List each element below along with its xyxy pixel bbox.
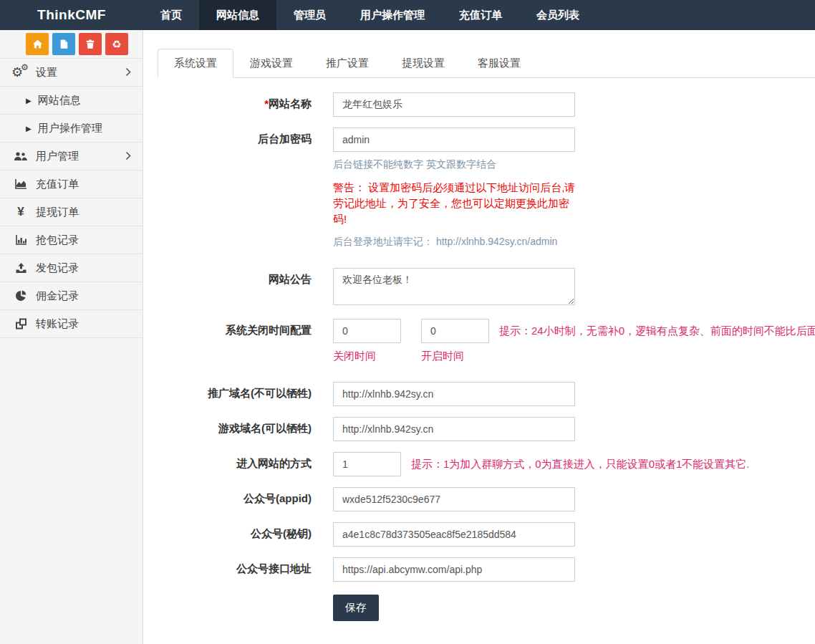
sidebar-item-label: 设置 bbox=[36, 66, 57, 80]
api-url-input[interactable] bbox=[333, 557, 575, 582]
recycle-icon: ♻ bbox=[112, 38, 121, 51]
admin-code-input[interactable] bbox=[333, 128, 575, 152]
sidebar-item-withdraw-orders[interactable]: ¥ 提现订单 bbox=[0, 198, 143, 226]
brand-logo[interactable]: ThinkCMF bbox=[0, 0, 143, 30]
nav-item-admin[interactable]: 管理员 bbox=[276, 0, 343, 30]
trash-button[interactable] bbox=[79, 33, 102, 55]
yen-icon: ¥ bbox=[11, 205, 30, 219]
secret-input[interactable] bbox=[333, 522, 575, 547]
nav-item-user-ops[interactable]: 用户操作管理 bbox=[343, 0, 442, 30]
sidebar-item-label: 佣金记录 bbox=[36, 289, 79, 303]
triangle-right-icon: ▶ bbox=[26, 97, 32, 105]
sidebar-item-grab-records[interactable]: 抢包记录 bbox=[0, 226, 143, 254]
sidebar-item-recharge-orders[interactable]: 充值订单 bbox=[0, 170, 143, 198]
sidebar-item-label: 发包记录 bbox=[36, 261, 79, 275]
sidebar-item-label: 抢包记录 bbox=[36, 234, 79, 247]
entry-mode-hint: 提示：1为加入群聊方式，0为直接进入，只能设置0或者1不能设置其它. bbox=[411, 452, 750, 476]
chevron-right-icon bbox=[125, 67, 131, 79]
upload-icon bbox=[11, 262, 30, 274]
close-time-label: 系统关闭时间配置 bbox=[158, 319, 312, 363]
promo-domain-label: 推广域名(不可以牺牲) bbox=[158, 382, 312, 406]
open-time-sublabel: 开启时间 bbox=[421, 350, 489, 363]
sidebar-menu: ⚙⚙ 设置 ▶ 网站信息 ▶ 用户操作管理 用户管理 bbox=[0, 58, 143, 338]
recycle-button[interactable]: ♻ bbox=[105, 33, 128, 55]
api-url-label: 公众号接口地址 bbox=[158, 557, 312, 582]
notice-label: 网站公告 bbox=[158, 268, 312, 308]
gears-icon: ⚙⚙ bbox=[11, 64, 30, 80]
sidebar-item-label: 提现订单 bbox=[36, 206, 79, 219]
file-button[interactable] bbox=[52, 33, 75, 55]
site-name-label: *网站名称 bbox=[158, 92, 312, 117]
close-time-hint: 提示：24小时制，无需补0，逻辑有点复杂、前面的时间不能比后面的大 bbox=[499, 319, 815, 343]
sidebar-item-commission-records[interactable]: 佣金记录 bbox=[0, 282, 143, 310]
home-icon bbox=[32, 39, 43, 49]
chevron-right-icon bbox=[125, 150, 131, 163]
nav-item-home[interactable]: 首页 bbox=[143, 0, 199, 30]
admin-login-note: 后台登录地址请牢记： http://xlnhb.942sy.cn/admin bbox=[333, 236, 580, 249]
sidebar-item-send-records[interactable]: 发包记录 bbox=[0, 254, 143, 282]
site-name-input[interactable] bbox=[333, 92, 575, 117]
close-time-input[interactable] bbox=[333, 319, 401, 343]
sidebar-item-user-mgmt[interactable]: 用户管理 bbox=[0, 143, 143, 170]
sidebar-item-label: 用户管理 bbox=[36, 150, 79, 163]
admin-code-help: 后台链接不能纯数字 英文跟数字结合 bbox=[333, 158, 580, 171]
main-content: 系统设置 游戏设置 推广设置 提现设置 客服设置 *网站名称 后台加密码 后台链… bbox=[143, 30, 815, 644]
notice-textarea[interactable]: 欢迎各位老板！ bbox=[333, 268, 575, 305]
tab-withdraw-settings[interactable]: 提现设置 bbox=[385, 49, 461, 78]
sidebar-item-transfer-records[interactable]: 转账记录 bbox=[0, 310, 143, 338]
appid-input[interactable] bbox=[333, 487, 575, 511]
pie-chart-icon bbox=[11, 290, 30, 302]
sidebar-item-label: 转账记录 bbox=[36, 317, 79, 331]
sidebar: ♻ ⚙⚙ 设置 ▶ 网站信息 ▶ 用户操作管理 bbox=[0, 30, 143, 644]
open-time-input[interactable] bbox=[421, 319, 489, 343]
sidebar-item-label: 网站信息 bbox=[38, 94, 81, 107]
admin-code-warning: 警告： 设置加密码后必须通过以下地址访问后台,请劳记此地址，为了安全，您也可以定… bbox=[333, 180, 580, 226]
area-chart-icon bbox=[11, 178, 30, 190]
secret-label: 公众号(秘钥) bbox=[158, 522, 312, 547]
nav-item-recharge-orders[interactable]: 充值订单 bbox=[442, 0, 519, 30]
promo-domain-input[interactable] bbox=[333, 382, 575, 406]
sidebar-item-label: 充值订单 bbox=[36, 178, 79, 191]
top-navbar: ThinkCMF 首页 网站信息 管理员 用户操作管理 充值订单 会员列表 bbox=[0, 0, 815, 30]
triangle-right-icon: ▶ bbox=[26, 125, 32, 133]
top-nav-items: 首页 网站信息 管理员 用户操作管理 充值订单 会员列表 bbox=[143, 0, 597, 30]
trash-icon bbox=[85, 39, 95, 49]
home-button[interactable] bbox=[26, 33, 49, 55]
game-domain-label: 游戏域名(可以牺牲) bbox=[158, 417, 312, 441]
nav-item-member-list[interactable]: 会员列表 bbox=[519, 0, 597, 30]
sidebar-toolbar: ♻ bbox=[0, 30, 143, 58]
copy-squares-icon bbox=[11, 318, 30, 330]
sidebar-item-label: 用户操作管理 bbox=[38, 122, 102, 135]
tab-promo-settings[interactable]: 推广设置 bbox=[309, 49, 385, 78]
entry-mode-input[interactable] bbox=[333, 452, 401, 476]
admin-code-label: 后台加密码 bbox=[158, 128, 312, 249]
tab-system-settings[interactable]: 系统设置 bbox=[158, 49, 233, 78]
file-icon bbox=[59, 39, 69, 49]
tab-game-settings[interactable]: 游戏设置 bbox=[233, 49, 309, 78]
tab-service-settings[interactable]: 客服设置 bbox=[461, 49, 537, 78]
sidebar-subitem-user-ops[interactable]: ▶ 用户操作管理 bbox=[0, 115, 143, 143]
game-domain-input[interactable] bbox=[333, 417, 575, 441]
save-button[interactable]: 保存 bbox=[333, 595, 379, 621]
nav-item-site-info[interactable]: 网站信息 bbox=[199, 0, 276, 30]
entry-mode-label: 进入网站的方式 bbox=[158, 452, 312, 476]
close-time-sublabel: 关闭时间 bbox=[333, 350, 401, 363]
appid-label: 公众号(appid) bbox=[158, 487, 312, 511]
bar-chart-icon bbox=[11, 234, 30, 246]
system-settings-form: *网站名称 后台加密码 后台链接不能纯数字 英文跟数字结合 警告： 设置加密码后… bbox=[158, 78, 815, 621]
settings-tabs: 系统设置 游戏设置 推广设置 提现设置 客服设置 bbox=[158, 49, 815, 78]
sidebar-item-settings[interactable]: ⚙⚙ 设置 bbox=[0, 59, 143, 87]
sidebar-subitem-site-info[interactable]: ▶ 网站信息 bbox=[0, 87, 143, 115]
users-icon bbox=[11, 151, 30, 162]
